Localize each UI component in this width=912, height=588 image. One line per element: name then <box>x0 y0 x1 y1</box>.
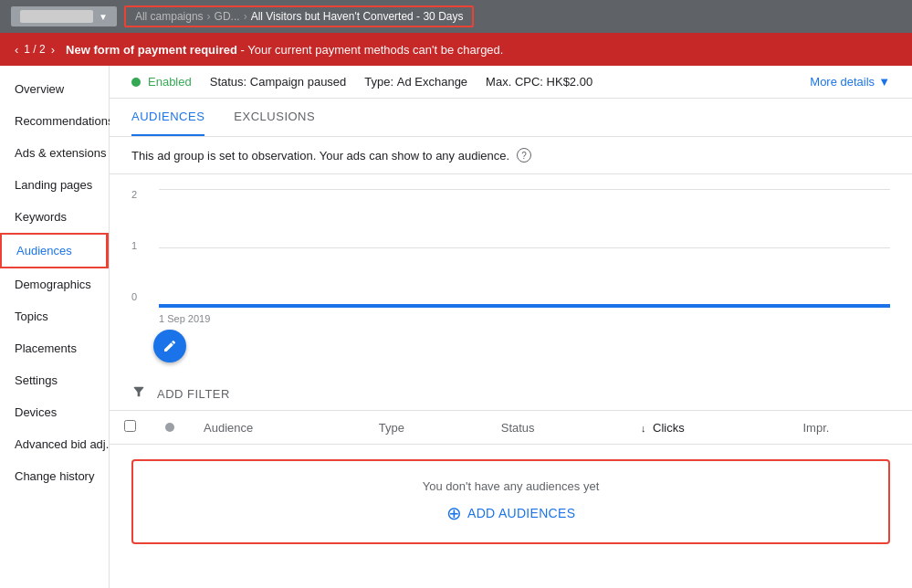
account-chevron-icon: ▼ <box>99 12 108 22</box>
breadcrumb-sep-1: › <box>207 10 211 23</box>
alert-message: New form of payment required - Your curr… <box>66 43 897 57</box>
table-col-status[interactable]: Status <box>487 411 626 445</box>
empty-state-cell: You don't have any audiences yet ⊕ ADD A… <box>110 445 912 560</box>
sort-arrow-icon: ↓ <box>641 423 646 434</box>
breadcrumb-sep-2: › <box>244 10 247 23</box>
sidebar-item-placements[interactable]: Placements <box>0 332 109 364</box>
add-audiences-button[interactable]: ⊕ ADD AUDIENCES <box>446 502 576 524</box>
chart-grid-2 <box>159 189 890 190</box>
breadcrumb-highlighted: All campaigns › GD... › All Visitors but… <box>124 5 475 27</box>
add-audiences-label: ADD AUDIENCES <box>467 506 575 520</box>
chart-y-0: 0 <box>131 291 137 302</box>
table-header-checkbox <box>110 411 151 445</box>
breadcrumb-campaign[interactable]: GD... <box>215 10 240 23</box>
status-type: Type: Ad Exchange <box>364 75 467 89</box>
col-status-label: Status <box>501 421 535 435</box>
more-details-button[interactable]: More details ▼ <box>810 75 890 89</box>
status-campaign: Status: Campaign paused <box>210 75 347 89</box>
alert-bold: New form of payment required <box>66 43 237 57</box>
sidebar-item-demographics[interactable]: Demographics <box>0 268 109 300</box>
sidebar-item-devices[interactable]: Devices <box>0 396 109 428</box>
cpc-value: HK$2.00 <box>547 75 593 89</box>
select-all-checkbox[interactable] <box>124 420 136 432</box>
prev-arrow-icon[interactable]: ‹ <box>15 43 18 57</box>
dot-icon <box>165 423 174 432</box>
next-arrow-icon[interactable]: › <box>51 43 55 57</box>
sidebar-item-overview[interactable]: Overview <box>0 73 109 105</box>
sidebar-item-audiences[interactable]: Audiences <box>0 233 109 268</box>
more-details-label: More details <box>810 75 875 89</box>
sidebar: Overview Recommendations Ads & extension… <box>0 66 110 588</box>
table-container: Audience Type Status ↓ Clicks <box>110 411 912 588</box>
table-col-clicks[interactable]: ↓ Clicks <box>626 411 789 445</box>
tab-exclusions[interactable]: EXCLUSIONS <box>234 99 315 136</box>
table-col-impr[interactable]: Impr. <box>788 411 912 445</box>
edit-fab-container <box>110 330 912 377</box>
sidebar-item-advanced-bid[interactable]: Advanced bid adj. <box>0 428 109 460</box>
observation-notice: This ad group is set to observation. You… <box>110 137 912 174</box>
col-audience-label: Audience <box>204 421 253 435</box>
enabled-label: Enabled <box>148 75 192 89</box>
page-indicator: 1 / 2 <box>24 43 45 56</box>
sidebar-item-topics[interactable]: Topics <box>0 300 109 332</box>
sidebar-item-ads-extensions[interactable]: Ads & extensions <box>0 137 109 169</box>
alert-bar: ‹ 1 / 2 › New form of payment required -… <box>0 33 912 66</box>
breadcrumb-all-campaigns[interactable]: All campaigns <box>135 10 204 23</box>
alert-detail: - Your current payment methods can't be … <box>241 43 504 57</box>
cpc-label: Max. CPC: <box>486 75 543 89</box>
edit-icon <box>162 339 177 353</box>
empty-state-text: You don't have any audiences yet <box>423 479 600 493</box>
chart-data-line <box>159 304 890 306</box>
sidebar-item-settings[interactable]: Settings <box>0 364 109 396</box>
table-header-dot <box>151 411 189 445</box>
chevron-down-icon: ▼ <box>878 75 890 89</box>
status-label: Status: <box>210 75 246 89</box>
type-label: Type: <box>364 75 393 89</box>
col-type-label: Type <box>379 421 404 435</box>
account-selector[interactable]: ▼ <box>11 6 117 26</box>
account-name <box>20 10 93 23</box>
main-layout: Overview Recommendations Ads & extension… <box>0 66 912 588</box>
col-impr-label: Impr. <box>802 421 829 435</box>
filter-icon <box>131 384 146 403</box>
chart-grid-1 <box>159 247 890 248</box>
chart-y-labels: 2 1 0 <box>131 189 137 302</box>
help-icon[interactable]: ? <box>517 148 531 163</box>
funnel-icon <box>131 384 146 399</box>
add-circle-icon: ⊕ <box>446 502 462 524</box>
edit-fab-button[interactable] <box>153 330 186 362</box>
audiences-table: Audience Type Status ↓ Clicks <box>110 411 912 559</box>
chart-area: 2 1 0 1 Sep 2019 <box>110 174 912 330</box>
chart-y-2: 2 <box>131 189 137 200</box>
col-clicks-label: Clicks <box>653 421 685 435</box>
tabs-bar: AUDIENCES EXCLUSIONS <box>110 99 912 137</box>
type-value: Ad Exchange <box>397 75 467 89</box>
table-header-row: Audience Type Status ↓ Clicks <box>110 411 912 445</box>
breadcrumb-bar: ▼ All campaigns › GD... › All Visitors b… <box>0 0 912 33</box>
add-filter-label[interactable]: ADD FILTER <box>157 387 230 401</box>
tab-audiences[interactable]: AUDIENCES <box>131 99 204 136</box>
content-area: Enabled Status: Campaign paused Type: Ad… <box>110 66 912 588</box>
breadcrumb-adgroup[interactable]: All Visitors but Haven't Converted - 30 … <box>251 10 464 23</box>
status-cpc: Max. CPC: HK$2.00 <box>486 75 592 89</box>
sidebar-item-recommendations[interactable]: Recommendations <box>0 105 109 137</box>
status-dot-icon <box>131 78 141 87</box>
alert-navigation: ‹ 1 / 2 › <box>15 43 55 57</box>
sidebar-item-change-history[interactable]: Change history <box>0 460 109 492</box>
observation-text: This ad group is set to observation. You… <box>131 149 509 163</box>
empty-state: You don't have any audiences yet ⊕ ADD A… <box>131 459 890 544</box>
table-col-type[interactable]: Type <box>364 411 487 445</box>
chart-x-label: 1 Sep 2019 <box>159 313 210 324</box>
sidebar-item-landing-pages[interactable]: Landing pages <box>0 169 109 201</box>
filter-bar: ADD FILTER <box>110 377 912 411</box>
status-bar: Enabled Status: Campaign paused Type: Ad… <box>110 66 912 99</box>
empty-state-row: You don't have any audiences yet ⊕ ADD A… <box>110 445 912 560</box>
table-col-audience[interactable]: Audience <box>189 411 364 445</box>
status-enabled: Enabled <box>131 75 192 89</box>
status-value: Campaign paused <box>250 75 347 89</box>
chart-y-1: 1 <box>131 240 137 251</box>
sidebar-item-keywords[interactable]: Keywords <box>0 201 109 233</box>
chart-canvas: 1 Sep 2019 <box>159 189 890 308</box>
